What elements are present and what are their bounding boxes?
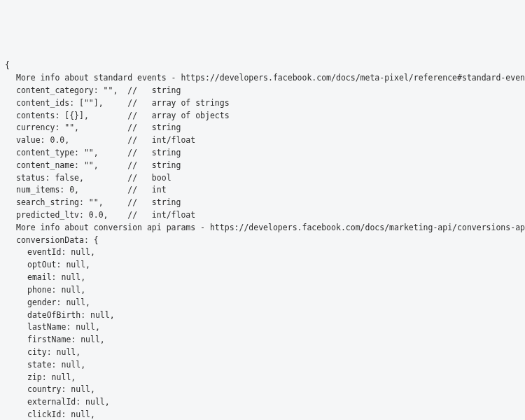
conv-country: country: null, (5, 384, 520, 396)
info-standard-events: More info about standard events - https:… (5, 72, 520, 85)
conv-optOut: optOut: null, (5, 259, 520, 272)
prop-value: value: 0.0, // int/float (5, 134, 520, 147)
prop-content_name: content_name: "", // string (5, 160, 520, 172)
prop-predicted_ltv: predicted_ltv: 0.0, // int/float (5, 209, 520, 222)
conv-dateOfBirth: dateOfBirth: null, (5, 309, 520, 322)
prop-num_items: num_items: 0, // int (5, 184, 520, 197)
prop-content_ids: content_ids: [""], // array of strings (5, 97, 520, 110)
conv-state: state: null, (5, 359, 520, 372)
conv-lastName: lastName: null, (5, 321, 520, 334)
code-block: {More info about standard events - https… (5, 59, 520, 420)
prop-content_type: content_type: "", // string (5, 147, 520, 160)
conv-phone: phone: null, (5, 284, 520, 297)
conv-firstName: firstName: null, (5, 334, 520, 346)
prop-content_category: content_category: "", // string (5, 85, 520, 97)
prop-currency: currency: "", // string (5, 122, 520, 134)
prop-search_string: search_string: "", // string (5, 197, 520, 209)
conv-externalId: externalId: null, (5, 396, 520, 409)
conv-zip: zip: null, (5, 372, 520, 384)
conversion-data-open: conversionData: { (5, 234, 520, 247)
conv-email: email: null, (5, 272, 520, 284)
conv-city: city: null, (5, 346, 520, 359)
conv-eventId: eventId: null, (5, 246, 520, 259)
info-conversion-api: More info about conversion api params - … (5, 222, 520, 234)
prop-status: status: false, // bool (5, 172, 520, 185)
conv-clickId: clickId: null, (5, 409, 520, 420)
conv-gender: gender: null, (5, 297, 520, 309)
prop-contents: contents: [{}], // array of objects (5, 110, 520, 122)
brace-open: { (5, 59, 520, 72)
